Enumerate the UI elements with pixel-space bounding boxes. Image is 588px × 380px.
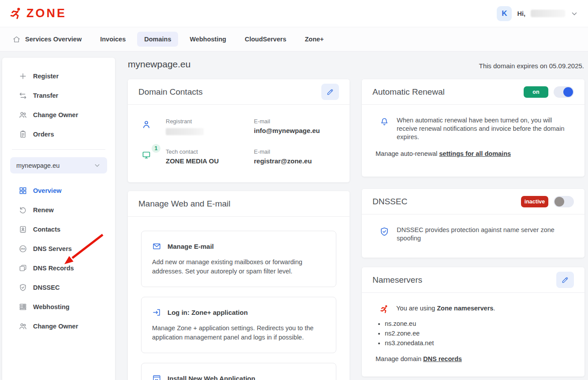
nameservers-intro: You are using Zone nameservers. xyxy=(362,293,584,314)
tech-contact-row: 1 Tech contact ZONE MEDIA OU E-mail regi… xyxy=(141,148,339,165)
manage-text: Manage auto-renewal xyxy=(376,150,439,157)
toggle-knob xyxy=(555,197,564,207)
manage-web-body: Manage E-mail Add new or manage existing… xyxy=(128,217,350,380)
people-icon xyxy=(19,111,27,119)
primary-nav: Services Overview Invoices Domains Webho… xyxy=(0,27,588,52)
sidebar-item-orders[interactable]: Orders xyxy=(2,125,115,144)
sidebar-label: Register xyxy=(33,73,59,80)
sidebar-label: Overview xyxy=(33,187,62,194)
status-badge-inactive: inactive xyxy=(521,196,548,207)
card-title: Manage Web and E-mail xyxy=(138,199,231,209)
shield-check-icon xyxy=(19,283,27,292)
sidebar-item-change-owner-2[interactable]: Change Owner xyxy=(2,317,115,336)
zone-logo[interactable]: zone xyxy=(10,7,67,20)
home-icon xyxy=(12,35,21,44)
svg-text:DNS: DNS xyxy=(21,247,26,250)
manage-email-tile[interactable]: Manage E-mail Add new or manage existing… xyxy=(141,231,336,287)
sidebar-label: DNSSEC xyxy=(33,284,60,291)
contact-card-icon xyxy=(19,225,27,234)
install-web-app-tile[interactable]: Install New Web Application Here you can… xyxy=(141,363,336,380)
manage-web-card: Manage Web and E-mail Manage E-mail Add … xyxy=(128,191,350,380)
nav-label: Zone+ xyxy=(305,36,324,43)
card-title: Nameservers xyxy=(372,275,422,285)
sidebar-item-dns-records[interactable]: DNS Records xyxy=(2,258,115,278)
nav-zone-plus[interactable]: Zone+ xyxy=(298,32,331,47)
dnssec-info: DNSSEC provides protection against name … xyxy=(362,214,584,243)
settings-all-domains-link[interactable]: settings for all domains xyxy=(439,150,511,157)
person-icon xyxy=(141,118,166,135)
sidebar-label: Contacts xyxy=(33,226,60,233)
bell-icon xyxy=(379,117,390,141)
sidebar-item-change-owner[interactable]: Change Owner xyxy=(2,105,115,125)
dnssec-toggle[interactable] xyxy=(554,196,574,207)
status-badge-on: on xyxy=(524,86,548,98)
role-label: Registrant xyxy=(166,118,254,125)
auto-renewal-toggle[interactable] xyxy=(554,86,574,98)
top-header: zone K Hi, xyxy=(0,0,588,27)
nav-label: Invoices xyxy=(100,36,126,43)
intro-text: You are using xyxy=(396,305,437,312)
contact-name: ZONE MEDIA OU xyxy=(166,157,254,165)
automatic-renewal-info: When automatic renewal have been turned … xyxy=(362,105,584,141)
nav-cloudservers[interactable]: CloudServers xyxy=(238,32,293,47)
nav-webhosting[interactable]: Webhosting xyxy=(182,32,233,47)
tile-description: Add new or manage existing mailboxes or … xyxy=(152,258,325,276)
role-label: Tech contact xyxy=(166,148,254,155)
shield-check-icon xyxy=(379,226,390,243)
sidebar-label: Orders xyxy=(33,131,54,138)
sidebar-item-renew[interactable]: Renew xyxy=(2,200,115,220)
email-value: info@mynewpage.eu xyxy=(254,127,339,134)
zone-domain-overview-page: zone K Hi, Services Overview Invoices Do… xyxy=(0,0,588,380)
intro-bold: Zone nameservers xyxy=(437,305,493,312)
sidebar-item-dnssec[interactable]: DNSSEC xyxy=(2,278,115,297)
nav-label: Domains xyxy=(144,36,171,43)
registrant-info: Registrant xyxy=(166,118,254,135)
sidebar-item-register[interactable]: Register xyxy=(2,66,115,86)
sidebar-item-overview[interactable]: Overview xyxy=(2,181,115,200)
dnssec-header: DNSSEC inactive xyxy=(362,189,584,214)
manage-dns-line: Manage domain DNS records xyxy=(362,349,584,362)
grid-icon xyxy=(19,186,27,195)
edit-nameservers-button[interactable] xyxy=(556,272,574,288)
dns-globe-icon: DNS xyxy=(19,244,27,253)
zone-runner-icon xyxy=(10,7,23,20)
intro-suffix: . xyxy=(493,305,495,312)
tile-title: Log in: Zone+ application xyxy=(167,309,248,316)
manage-web-header: Manage Web and E-mail xyxy=(128,191,350,217)
nav-label: CloudServers xyxy=(245,36,286,43)
card-title: Automatic Renewal xyxy=(372,87,445,97)
domain-contacts-card: Domain Contacts Registrant xyxy=(128,79,350,182)
nameserver-item: ns3.zonedata.net xyxy=(385,339,584,347)
sidebar-item-contacts[interactable]: Contacts xyxy=(2,220,115,239)
pencil-icon xyxy=(561,276,569,284)
domain-select[interactable]: mynewpage.eu xyxy=(10,157,107,173)
people-icon xyxy=(19,322,27,331)
nav-invoices[interactable]: Invoices xyxy=(93,32,133,47)
dnssec-card: DNSSEC inactive DNSSEC provides protecti… xyxy=(362,189,584,258)
sidebar-item-webhosting[interactable]: Webhosting xyxy=(2,297,115,317)
zone-plus-login-tile[interactable]: Log in: Zone+ application Manage Zone + … xyxy=(141,297,336,353)
redacted-registrant-name xyxy=(166,128,204,135)
manage-autorenewal-line: Manage auto-renewal settings for all dom… xyxy=(362,141,584,157)
sidebar-item-dns-servers[interactable]: DNS DNS Servers xyxy=(2,239,115,258)
nav-domains[interactable]: Domains xyxy=(137,32,178,47)
nameserver-item: ns.zone.eu xyxy=(385,320,584,327)
domain-select-value: mynewpage.eu xyxy=(16,162,60,169)
envelope-icon xyxy=(152,242,161,251)
dns-records-link[interactable]: DNS records xyxy=(423,355,462,362)
sidebar-item-transfer[interactable]: Transfer xyxy=(2,86,115,105)
app-window-icon xyxy=(152,374,161,380)
nav-services-overview[interactable]: Services Overview xyxy=(5,31,89,48)
tech-contact-count-badge: 1 xyxy=(151,143,161,154)
sidebar-label: DNS Records xyxy=(33,265,74,272)
chevron-down-icon xyxy=(570,10,578,18)
sidebar-label: Webhosting xyxy=(33,303,70,310)
edit-contacts-button[interactable] xyxy=(321,84,339,100)
transfer-arrows-icon xyxy=(19,91,27,100)
card-title: Domain Contacts xyxy=(138,87,203,97)
sidebar-label: Change Owner xyxy=(33,323,78,330)
tile-description: Manage Zone + application settings. Redi… xyxy=(152,324,325,342)
automatic-renewal-card: Automatic Renewal on When automatic rene… xyxy=(362,79,584,177)
user-menu[interactable]: K Hi, xyxy=(497,6,578,21)
sidebar-label: DNS Servers xyxy=(33,245,72,252)
